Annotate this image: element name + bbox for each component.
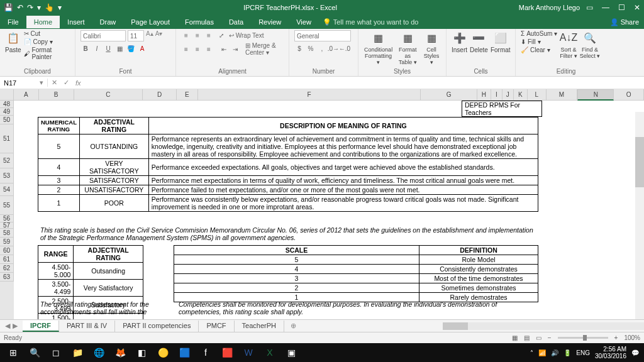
row-header-55[interactable]: 55 <box>0 196 14 215</box>
start-button[interactable]: ⊞ <box>3 343 24 362</box>
tray-up-icon[interactable]: ˄ <box>530 349 533 356</box>
find-select-button[interactable]: 🔍Find &Select ▾ <box>580 30 601 59</box>
decrease-decimal-icon[interactable]: ←.0 <box>340 43 350 53</box>
col-header-A[interactable]: A <box>14 89 39 101</box>
sheet-nav-prev-icon[interactable]: ◀ <box>5 322 10 330</box>
fill-color-button[interactable]: 🪣 <box>126 43 136 53</box>
clear-button[interactable]: 🧹 Clear ▾ <box>521 47 557 53</box>
app2-icon[interactable]: 🟦 <box>174 343 195 362</box>
tab-pagelayout[interactable]: Page Layout <box>123 16 177 28</box>
decrease-font-icon[interactable]: A▾ <box>155 30 163 41</box>
zoom-in-icon[interactable]: + <box>614 334 618 341</box>
paste-button[interactable]: 📋Paste <box>5 30 21 53</box>
col-header-O[interactable]: O <box>614 89 644 101</box>
col-header-H[interactable]: H <box>477 89 491 101</box>
edge-icon[interactable]: 🌐 <box>88 343 109 362</box>
tab-review[interactable]: Review <box>251 16 289 28</box>
autosum-button[interactable]: Σ AutoSum ▾ <box>521 30 557 37</box>
align-middle-icon[interactable]: ≡ <box>192 30 203 40</box>
tray-volume-icon[interactable]: 🔊 <box>551 349 558 356</box>
save-icon[interactable]: 💾 <box>4 3 13 12</box>
format-painter-button[interactable]: 🖌 Format Painter <box>24 47 70 60</box>
wrap-text-button[interactable]: ↩ Wrap Text <box>229 32 264 39</box>
align-bottom-icon[interactable]: ≡ <box>204 30 214 40</box>
tray-network-icon[interactable]: 📶 <box>538 349 546 356</box>
chrome-icon[interactable]: 🟡 <box>152 343 174 362</box>
vertical-scrollbar[interactable] <box>635 112 644 327</box>
font-name-select[interactable]: Calibri <box>80 30 126 41</box>
row-header-59[interactable]: 59 <box>0 238 14 246</box>
tab-home[interactable]: Home <box>26 16 60 28</box>
tell-me[interactable]: 💡 Tell me what you want to do <box>323 18 419 26</box>
row-header-49[interactable]: 49 <box>0 108 14 116</box>
format-cells-button[interactable]: ⬜Format <box>491 30 511 53</box>
maximize-icon[interactable]: ☐ <box>618 3 625 12</box>
cut-button[interactable]: ✂ Cut <box>24 30 70 37</box>
delete-cells-button[interactable]: ➖Delete <box>470 30 488 53</box>
name-box[interactable]: N17▾ <box>0 79 48 87</box>
merge-center-button[interactable]: ⊞ Merge & Center ▾ <box>245 42 284 56</box>
notifications-icon[interactable]: 💬 <box>631 349 639 356</box>
close-icon[interactable]: ✕ <box>634 3 640 12</box>
tab-data[interactable]: Data <box>221 16 251 28</box>
app-icon[interactable]: ◧ <box>131 343 152 362</box>
row-header-53[interactable]: 53 <box>0 168 14 184</box>
sort-filter-button[interactable]: A↓ZSort &Filter ▾ <box>560 30 577 59</box>
italic-button[interactable]: I <box>92 43 102 53</box>
insert-cells-button[interactable]: ➕Insert <box>452 30 467 53</box>
align-right-icon[interactable]: ≡ <box>204 44 214 54</box>
col-header-J[interactable]: J <box>502 89 514 101</box>
column-headers[interactable]: ABCDEFGHIJKLMNO <box>0 89 644 101</box>
font-color-button[interactable]: A <box>137 43 147 53</box>
touch-mode-icon[interactable]: 👆 <box>45 3 54 12</box>
excel-icon[interactable]: X <box>259 343 280 362</box>
select-all-corner[interactable] <box>0 89 14 101</box>
fill-button[interactable]: ⬇ Fill ▾ <box>521 38 557 45</box>
view-pagebreak-icon[interactable]: ▭ <box>536 334 541 341</box>
increase-decimal-icon[interactable]: .0→ <box>328 43 338 53</box>
col-header-N[interactable]: N <box>577 89 614 101</box>
minimize-icon[interactable]: — <box>602 3 609 12</box>
tab-formulas[interactable]: Formulas <box>177 16 221 28</box>
col-header-E[interactable]: E <box>177 89 198 101</box>
row-header-50[interactable]: 50 <box>0 116 14 124</box>
cell-styles-button[interactable]: ▦CellStyles ▾ <box>422 30 441 65</box>
increase-font-icon[interactable]: A▴ <box>146 30 153 41</box>
view-pagelayout-icon[interactable]: ▤ <box>524 334 530 341</box>
horizontal-scrollbar[interactable] <box>443 322 644 330</box>
increase-indent-icon[interactable]: ⇥ <box>230 44 240 54</box>
row-header-57[interactable]: 57 <box>0 222 14 229</box>
search-icon[interactable]: 🔍 <box>24 343 45 362</box>
fx-icon[interactable]: fx <box>75 79 81 87</box>
currency-icon[interactable]: $ <box>294 43 304 53</box>
worksheet[interactable]: ABCDEFGHIJKLMNO 484950515253545556575859… <box>0 89 644 327</box>
col-header-C[interactable]: C <box>74 89 143 101</box>
sheet-nav-next-icon[interactable]: ▶ <box>13 322 18 330</box>
align-top-icon[interactable]: ≡ <box>181 30 191 40</box>
view-normal-icon[interactable]: ▦ <box>512 334 518 341</box>
redo-icon[interactable]: ↷ <box>27 3 33 12</box>
undo-icon[interactable]: ↶ <box>17 3 23 12</box>
tab-view[interactable]: View <box>289 16 319 28</box>
row-header-60[interactable]: 60 <box>0 246 14 255</box>
underline-button[interactable]: U <box>103 43 113 53</box>
row-header-54[interactable]: 54 <box>0 184 14 196</box>
zoom-out-icon[interactable]: − <box>548 334 552 341</box>
align-left-icon[interactable]: ≡ <box>181 44 191 54</box>
firefox-icon[interactable]: 🦊 <box>109 343 131 362</box>
row-header-58[interactable]: 58 <box>0 229 14 238</box>
copy-button[interactable]: 📄 Copy ▾ <box>24 38 70 45</box>
enter-formula-icon[interactable]: ✓ <box>64 79 69 87</box>
formula-bar[interactable] <box>87 79 640 87</box>
share-button[interactable]: 👤 Share <box>610 18 639 26</box>
comma-icon[interactable]: , <box>317 43 327 53</box>
sheet-tab-pmcf[interactable]: PMCF <box>199 321 234 332</box>
word-icon[interactable]: W <box>238 343 259 362</box>
tab-insert[interactable]: Insert <box>60 16 92 28</box>
row-header-63[interactable]: 63 <box>0 273 14 282</box>
tray-lang[interactable]: ENG <box>576 349 590 356</box>
col-header-F[interactable]: F <box>198 89 421 101</box>
orientation-icon[interactable]: ⤢ <box>219 32 224 39</box>
row-header-62[interactable]: 62 <box>0 264 14 273</box>
col-header-B[interactable]: B <box>39 89 74 101</box>
